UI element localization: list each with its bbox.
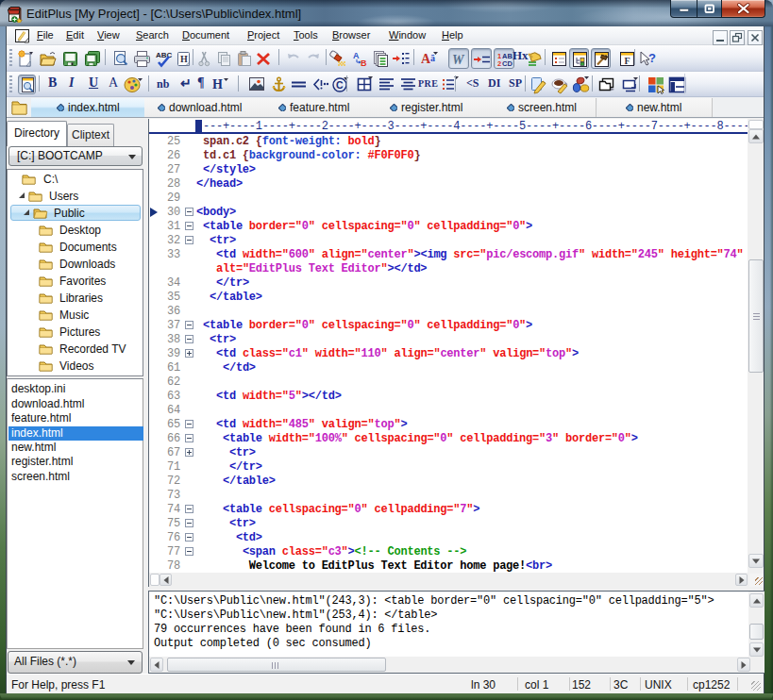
svg-text:W: W bbox=[452, 53, 465, 67]
svg-text:C: C bbox=[336, 79, 344, 91]
svg-text:ABC: ABC bbox=[156, 51, 173, 59]
svg-text:2: 2 bbox=[497, 59, 501, 68]
svg-text:A: A bbox=[353, 51, 360, 60]
svg-text:ã: ã bbox=[430, 53, 435, 63]
svg-text:CD: CD bbox=[502, 59, 513, 68]
svg-text:H: H bbox=[212, 77, 223, 92]
svg-text:H: H bbox=[180, 54, 188, 64]
svg-text:F: F bbox=[625, 56, 630, 66]
svg-text:B: B bbox=[361, 58, 367, 68]
svg-text:?: ? bbox=[648, 51, 656, 65]
